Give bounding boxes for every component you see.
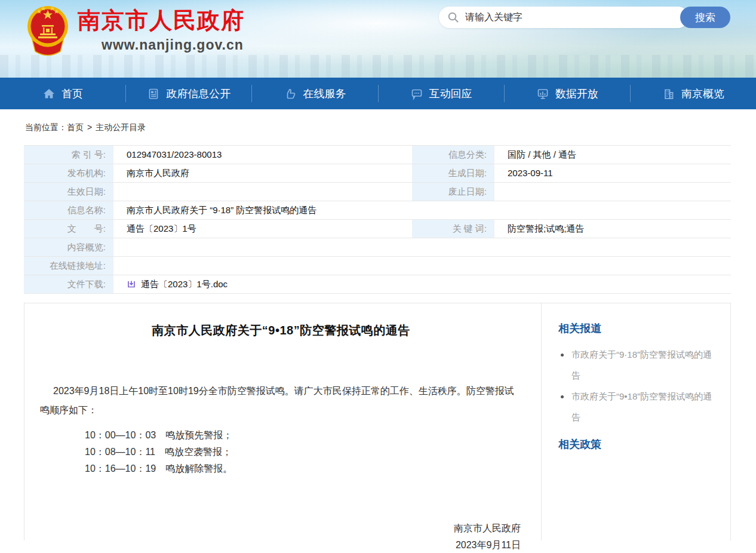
meta-label: 文件下载: xyxy=(24,275,113,293)
nav-item-label: 政府信息公开 xyxy=(166,87,231,101)
document-meta-table: 索 引 号: 012947031/2023-80013 信息分类: 国防 / 其… xyxy=(24,145,731,294)
meta-value-keywords: 防空警报;试鸣;通告 xyxy=(494,220,731,238)
meta-row-online-link: 在线链接地址: xyxy=(24,257,731,275)
related-reports-list: 市政府关于“9·18”防空警报试鸣的通告 市政府关于“9•18”防空警报试鸣的通… xyxy=(570,344,714,428)
site-title: 南京市人民政府 xyxy=(78,8,245,33)
article-title: 南京市人民政府关于“9•18”防空警报试鸣的通告 xyxy=(40,322,522,339)
download-icon xyxy=(127,279,136,289)
meta-row-issuing-agency: 发布机构: 南京市人民政府 生成日期: 2023-09-11 xyxy=(24,164,731,183)
meta-value-agency: 南京市人民政府 xyxy=(113,164,412,182)
national-emblem-logo xyxy=(26,4,69,59)
signature-date: 2023年9月11日 xyxy=(40,537,521,553)
meta-value-category: 国防 / 其他 / 通告 xyxy=(494,146,731,164)
document-icon xyxy=(147,87,160,100)
nav-item-overview[interactable]: 南京概览 xyxy=(631,78,756,109)
meta-value-doc-number: 通告〔2023〕1号 xyxy=(113,220,412,238)
meta-value-file-download: 通告〔2023〕1号.doc xyxy=(113,275,731,293)
nav-item-data-open[interactable]: 数据开放 xyxy=(505,78,630,109)
related-reports-heading[interactable]: 相关报道 xyxy=(558,321,714,336)
meta-row-summary: 内容概览: xyxy=(24,238,731,257)
meta-value-online-link xyxy=(113,257,731,275)
meta-value-title: 南京市人民政府关于 “9·18” 防空警报试鸣的通告 xyxy=(113,201,731,219)
article: 南京市人民政府关于“9•18”防空警报试鸣的通告 2023年9月18日上午10时… xyxy=(24,303,542,540)
meta-value-summary xyxy=(113,238,731,256)
schedule-line: 10：16—10：19 鸣放解除警报。 xyxy=(85,460,522,477)
nav-item-label: 首页 xyxy=(62,87,83,101)
page-body: 当前位置：首页>主动公开目录 索 引 号: 012947031/2023-800… xyxy=(0,122,756,540)
chat-bubble-icon xyxy=(410,87,423,100)
meta-label: 关 键 词: xyxy=(412,220,494,238)
breadcrumb-home[interactable]: 首页 xyxy=(67,122,84,132)
brand-text: 南京市人民政府 www.nanjing.gov.cn xyxy=(78,4,245,53)
download-file-name: 通告〔2023〕1号.doc xyxy=(141,275,228,293)
meta-label: 发布机构: xyxy=(24,164,113,182)
meta-label: 信息名称: xyxy=(24,201,113,219)
list-item: 市政府关于“9•18”防空警报试鸣的通告 xyxy=(570,386,714,428)
search-box[interactable] xyxy=(439,7,689,28)
related-report-link[interactable]: 市政府关于“9•18”防空警报试鸣的通告 xyxy=(571,391,712,422)
download-file-link[interactable]: 通告〔2023〕1号.doc xyxy=(127,275,228,293)
meta-row-index-number: 索 引 号: 012947031/2023-80013 信息分类: 国防 / 其… xyxy=(24,146,731,164)
breadcrumb-current[interactable]: 主动公开目录 xyxy=(96,122,146,132)
search-bar: 搜索 xyxy=(439,7,730,28)
meta-row-doc-number: 文 号: 通告〔2023〕1号 关 键 词: 防空警报;试鸣;通告 xyxy=(24,220,731,238)
main-nav: 首页 政府信息公开 在线服务 xyxy=(0,78,756,109)
site-header: 南京市人民政府 www.nanjing.gov.cn 搜索 xyxy=(0,0,756,78)
search-input[interactable] xyxy=(465,12,680,23)
building-icon xyxy=(662,87,675,100)
meta-row-effective-date: 生效日期: 废止日期: xyxy=(24,183,731,201)
site-brand: 南京市人民政府 www.nanjing.gov.cn xyxy=(26,4,245,59)
search-icon xyxy=(447,11,459,23)
nav-item-label: 在线服务 xyxy=(303,87,346,101)
sidebar: 相关报道 市政府关于“9·18”防空警报试鸣的通告 市政府关于“9•18”防空警… xyxy=(542,303,730,540)
siren-schedule: 10：00—10：03 鸣放预先警报； 10：08—10：11 鸣放空袭警报； … xyxy=(85,427,522,477)
nav-item-home[interactable]: 首页 xyxy=(0,78,125,109)
meta-label: 内容概览: xyxy=(24,238,113,256)
content-box: 南京市人民政府关于“9•18”防空警报试鸣的通告 2023年9月18日上午10时… xyxy=(24,303,731,540)
meta-label: 索 引 号: xyxy=(24,146,113,164)
search-button[interactable]: 搜索 xyxy=(680,7,730,28)
meta-row-file-download: 文件下载: 通告〔2023〕1号.doc xyxy=(24,275,731,294)
list-item: 市政府关于“9·18”防空警报试鸣的通告 xyxy=(570,344,714,386)
nav-item-label: 互动回应 xyxy=(429,87,472,101)
meta-label: 信息分类: xyxy=(412,146,494,164)
home-icon xyxy=(42,87,56,100)
thumbs-up-icon xyxy=(284,87,297,100)
meta-value-repeal-date xyxy=(494,183,731,201)
meta-value-index-number: 012947031/2023-80013 xyxy=(113,146,412,164)
schedule-line: 10：08—10：11 鸣放空袭警报； xyxy=(85,444,522,460)
signature-name: 南京市人民政府 xyxy=(40,520,521,537)
breadcrumb: 当前位置：首页>主动公开目录 xyxy=(25,122,731,133)
meta-label: 废止日期: xyxy=(412,183,494,201)
meta-label: 生成日期: xyxy=(412,164,494,182)
breadcrumb-separator: > xyxy=(87,122,92,132)
meta-label: 文 号: xyxy=(24,220,113,238)
meta-row-title: 信息名称: 南京市人民政府关于 “9·18” 防空警报试鸣的通告 xyxy=(24,201,731,220)
site-url: www.nanjing.gov.cn xyxy=(102,37,245,53)
schedule-line: 10：00—10：03 鸣放预先警报； xyxy=(85,427,522,444)
nav-item-online-service[interactable]: 在线服务 xyxy=(252,78,377,109)
nav-item-label: 南京概览 xyxy=(681,87,724,101)
meta-label: 生效日期: xyxy=(24,183,113,201)
article-signature: 南京市人民政府 2023年9月11日 xyxy=(40,520,522,553)
article-paragraph: 2023年9月18日上午10时至10时19分全市防空警报试鸣。请广大市民保持正常… xyxy=(40,382,522,420)
meta-label: 在线链接地址: xyxy=(24,257,113,275)
nav-item-label: 数据开放 xyxy=(555,87,598,101)
nav-item-gov-info[interactable]: 政府信息公开 xyxy=(126,78,251,109)
data-monitor-icon xyxy=(536,87,549,100)
nav-item-interaction[interactable]: 互动回应 xyxy=(379,78,504,109)
breadcrumb-prefix: 当前位置： xyxy=(25,122,67,132)
related-report-link[interactable]: 市政府关于“9·18”防空警报试鸣的通告 xyxy=(571,349,712,380)
meta-value-effective-date xyxy=(113,183,412,201)
meta-value-issue-date: 2023-09-11 xyxy=(494,164,731,182)
related-policies-heading[interactable]: 相关政策 xyxy=(558,437,714,451)
